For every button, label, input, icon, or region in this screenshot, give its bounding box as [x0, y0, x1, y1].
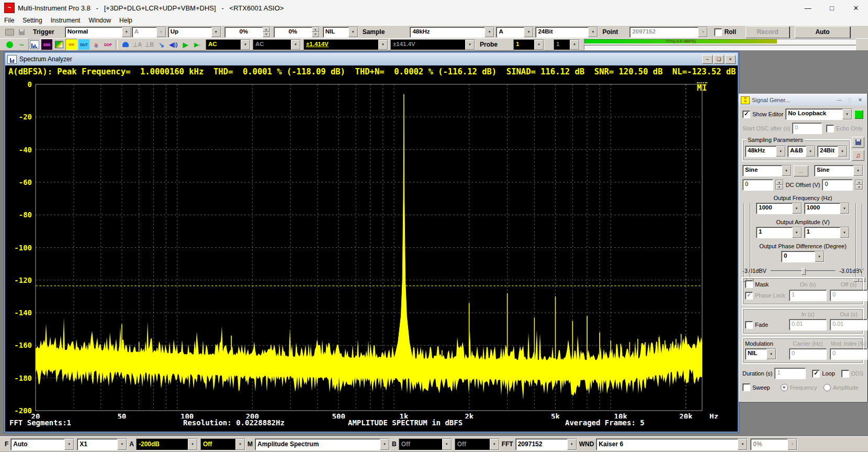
run-icon[interactable]: ▶: [180, 39, 191, 50]
window-fn-select[interactable]: Kaiser 6: [596, 438, 748, 450]
sg-minimize-button[interactable]: —: [835, 96, 844, 104]
dropdown-arrow-icon[interactable]: [380, 439, 389, 450]
dropdown-arrow-icon[interactable]: [853, 166, 863, 176]
oscilloscope-icon[interactable]: [4, 39, 15, 50]
spectrum-3d-plot-icon[interactable]: [53, 39, 64, 50]
balance-slider-handle[interactable]: [802, 268, 806, 275]
loop-checkbox[interactable]: [812, 370, 820, 378]
freq-axis-select[interactable]: Auto: [10, 438, 74, 450]
roll-checkbox[interactable]: [714, 28, 722, 36]
zoom-select[interactable]: X1: [77, 438, 127, 450]
multimeter-icon[interactable]: 888: [41, 39, 52, 50]
dropdown-arrow-icon[interactable]: [117, 439, 127, 450]
dropdown-arrow-icon[interactable]: [792, 227, 802, 238]
close-button[interactable]: ✕: [844, 0, 868, 16]
menu-file[interactable]: File: [0, 16, 18, 25]
mode-select[interactable]: Amplitude Spectrum: [255, 438, 390, 450]
a-range-select[interactable]: -200dB: [136, 438, 198, 450]
signal-generator-icon[interactable]: ~: [16, 39, 27, 50]
level-slider-track-a-right[interactable]: [855, 203, 856, 281]
trigger-mode-select[interactable]: Normal: [65, 27, 132, 38]
signal-generator-panel-icon[interactable]: ≈≈: [65, 39, 77, 50]
sample-channel-select[interactable]: A: [496, 27, 534, 38]
dropdown-arrow-icon[interactable]: [235, 439, 245, 450]
sweep-checkbox[interactable]: [742, 383, 750, 391]
waveform-more-button[interactable]: ...: [794, 166, 808, 177]
dropdown-arrow-icon[interactable]: [348, 27, 358, 37]
menu-instrument[interactable]: Instrument: [47, 16, 85, 25]
loopback-select[interactable]: No Loopback: [785, 108, 852, 120]
generator-status-button[interactable]: [854, 110, 863, 119]
spin-up-icon[interactable]: ▲: [263, 27, 270, 32]
dropdown-arrow-icon[interactable]: [840, 203, 849, 214]
dropdown-arrow-icon[interactable]: [64, 439, 74, 450]
spin-up-icon[interactable]: ▲: [855, 180, 863, 185]
bit-depth-select[interactable]: 24Bit: [535, 27, 598, 38]
phase-select[interactable]: 0: [781, 251, 825, 262]
sg-close-button[interactable]: ×: [855, 96, 865, 104]
spin-down-icon[interactable]: ▼: [312, 32, 319, 37]
level-slider-track-b-right[interactable]: [862, 203, 862, 281]
dropdown-arrow-icon[interactable]: [524, 27, 533, 37]
dropdown-arrow-icon[interactable]: [815, 251, 824, 262]
dropdown-arrow-icon[interactable]: [241, 40, 250, 50]
dropdown-arrow-icon[interactable]: [122, 27, 131, 37]
sg-notes-button[interactable]: ♫: [852, 150, 864, 161]
signal-generator-titlebar[interactable]: ≈≈ Signal Gener... — □ ×: [739, 94, 866, 106]
dc-offset-a-input[interactable]: 0: [742, 179, 773, 191]
sg-bits-select[interactable]: 24Bit: [817, 146, 848, 157]
trigger-delay-spinner[interactable]: 0%▲▼: [274, 27, 320, 38]
dropdown-arrow-icon[interactable]: [378, 40, 388, 50]
spectrum-plot-area[interactable]: A(dBFSλ): Peak Frequency= 1.0000160 kHz …: [5, 65, 736, 429]
balance-slider[interactable]: [771, 270, 835, 271]
trigger-hpf-select[interactable]: NIL: [323, 27, 358, 38]
sg-sample-rate-select[interactable]: 48kHz: [745, 146, 786, 157]
menu-setting[interactable]: Setting: [18, 16, 46, 25]
a-shift-select[interactable]: Off: [200, 438, 245, 450]
range-a-select[interactable]: ±1.414V: [303, 39, 388, 50]
probe-icon[interactable]: ↘: [156, 39, 167, 50]
waveform-a-select[interactable]: Sine: [742, 165, 792, 177]
fft-size-select[interactable]: 2097152: [515, 438, 577, 450]
spectrum-chart[interactable]: 0-20-40-60-80-100-120-140-160-180-200205…: [6, 78, 735, 418]
sg-save-button[interactable]: [852, 137, 864, 148]
maximize-button[interactable]: □: [820, 0, 844, 16]
derived-data-icon[interactable]: ≈: [91, 39, 102, 50]
coupling-a-select[interactable]: AC: [206, 39, 251, 50]
dropdown-arrow-icon[interactable]: [567, 439, 577, 450]
trigger-edge-select[interactable]: Up: [168, 27, 221, 38]
menu-window[interactable]: Window: [84, 16, 115, 25]
child-restore-button[interactable]: ❏: [714, 55, 724, 64]
dropdown-arrow-icon[interactable]: [842, 109, 852, 119]
amplitude-b-select[interactable]: 1: [804, 227, 850, 238]
fade-checkbox[interactable]: [745, 321, 753, 329]
sg-channels-select[interactable]: A&B: [787, 146, 816, 157]
spin-up-icon[interactable]: ▲: [776, 180, 783, 185]
frequency-b-select[interactable]: 1000: [804, 203, 850, 214]
show-editor-checkbox[interactable]: [742, 111, 750, 118]
dropdown-arrow-icon[interactable]: [588, 27, 598, 37]
auto-button[interactable]: Auto: [795, 26, 850, 38]
dropdown-arrow-icon[interactable]: [806, 146, 815, 157]
dc-offset-b-input[interactable]: 0: [822, 179, 853, 191]
spin-up-icon[interactable]: ▲: [312, 27, 319, 32]
open-file-icon[interactable]: [4, 27, 15, 37]
probe-a-select[interactable]: 1: [513, 39, 544, 50]
child-close-button[interactable]: ×: [725, 55, 736, 64]
level-slider-track-b-left[interactable]: [750, 203, 750, 281]
spin-down-icon[interactable]: ▼: [855, 185, 863, 190]
frequency-a-select[interactable]: 1000: [756, 203, 802, 214]
device-test-plan-icon[interactable]: DUT: [78, 39, 89, 50]
level-slider-track-a-left[interactable]: [743, 203, 744, 281]
speaker-icon[interactable]: ◀)): [168, 39, 179, 50]
spin-down-icon[interactable]: ▼: [263, 32, 270, 37]
spectrum-window-titlebar[interactable]: Spectrum Analyzer – ❏ ×: [5, 53, 738, 65]
dropdown-arrow-icon[interactable]: [792, 203, 802, 214]
modulation-select[interactable]: NIL: [745, 348, 776, 360]
dropdown-arrow-icon[interactable]: [838, 146, 847, 157]
minimize-button[interactable]: —: [796, 0, 820, 16]
mask-checkbox[interactable]: [745, 280, 753, 288]
dropdown-arrow-icon[interactable]: [782, 166, 791, 176]
dc-offset-a-spinner[interactable]: ▲▼: [775, 180, 784, 190]
dropdown-arrow-icon[interactable]: [534, 40, 544, 50]
